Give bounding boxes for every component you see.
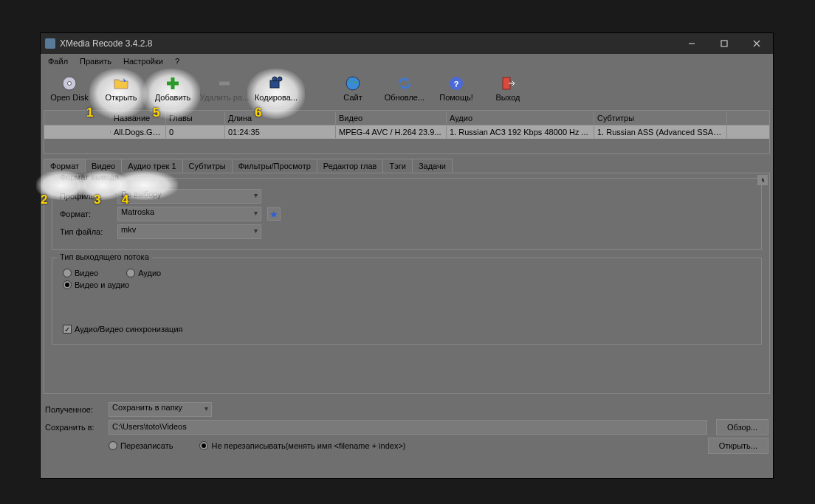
profile-select[interactable]: По выбору	[117, 189, 261, 204]
filetype-select[interactable]: mkv	[117, 224, 261, 239]
format-select[interactable]: Matroska	[117, 207, 261, 221]
group-title: Тип выходящего потока	[57, 252, 152, 261]
add-button[interactable]: Добавить	[147, 70, 199, 107]
window-title: XMedia Recode 3.4.2.8	[60, 38, 675, 49]
svg-point-2	[68, 82, 72, 86]
received-select[interactable]: Сохранить в папку	[109, 402, 212, 417]
svg-point-6	[346, 77, 360, 90]
exit-icon	[500, 75, 516, 92]
svg-text:?: ?	[454, 80, 459, 89]
toolbar: Open Disk Открыть Добавить Удалить ра...…	[41, 69, 773, 108]
annotation-3: 3	[94, 193, 100, 207]
tab-jobs[interactable]: Задачи	[412, 159, 453, 173]
radio-no-overwrite[interactable]: Не перезаписывать(менять имя <filename +…	[199, 441, 405, 450]
menu-settings[interactable]: Настройки	[119, 55, 168, 67]
help-icon: ?	[448, 75, 464, 92]
open-button[interactable]: Открыть	[95, 70, 147, 107]
tab-video[interactable]: Видео	[85, 159, 122, 173]
col-chapters[interactable]: Главы	[166, 112, 225, 124]
format-label: Формат:	[60, 210, 111, 218]
folder-open-icon	[113, 75, 129, 92]
group-title: Формат вывода	[57, 173, 122, 182]
camera-icon	[268, 75, 284, 92]
disc-icon	[61, 75, 78, 92]
filetype-label: Тип файла:	[60, 227, 111, 236]
output-stream-group: Тип выходящего потока Видео Аудио Видео …	[52, 258, 762, 345]
opendisk-button[interactable]: Open Disk	[44, 70, 95, 107]
plus-icon	[165, 75, 181, 92]
globe-icon	[345, 75, 361, 92]
profile-label: Профиль:	[60, 192, 111, 201]
radio-video[interactable]: Видео	[63, 269, 98, 277]
tab-chapters[interactable]: Редактор глав	[317, 159, 384, 173]
annotation-1: 1	[86, 106, 93, 120]
col-video[interactable]: Видео	[336, 112, 447, 124]
svg-point-5	[272, 77, 277, 81]
close-button[interactable]	[740, 33, 773, 54]
radio-video-audio[interactable]: Видео и аудио	[63, 280, 129, 289]
annotation-2: 2	[41, 193, 47, 207]
tabs: Формат Видео Аудио трек 1 Субтитры Фильт…	[44, 159, 770, 173]
app-icon	[45, 38, 55, 49]
encode-button[interactable]: Кодирова...	[250, 70, 302, 107]
saveto-input[interactable]: C:\Users\toto\Videos	[109, 420, 707, 435]
tab-format[interactable]: Формат	[44, 159, 86, 173]
svg-rect-0	[721, 41, 727, 46]
minimize-button[interactable]	[675, 33, 708, 54]
titlebar: XMedia Recode 3.4.2.8	[41, 33, 773, 54]
annotation-5: 5	[153, 106, 159, 120]
col-length[interactable]: Длина	[225, 112, 336, 124]
menu-edit[interactable]: Править	[75, 55, 116, 67]
help-button[interactable]: ? Помощь!	[430, 70, 482, 107]
update-button[interactable]: Обновле...	[379, 70, 430, 107]
browse-button[interactable]: Обзор...	[716, 419, 768, 435]
maximize-button[interactable]	[708, 33, 740, 54]
app-window: XMedia Recode 3.4.2.8 Файл Править Настр…	[40, 32, 774, 479]
format-panel: ∧ Формат вывода Профиль: По выбору Форма…	[44, 173, 770, 394]
col-blank[interactable]	[44, 117, 111, 120]
tab-subs[interactable]: Субтитры	[182, 159, 233, 173]
radio-overwrite[interactable]: Перезаписать	[109, 441, 173, 450]
tab-audio[interactable]: Аудио трек 1	[121, 159, 182, 173]
file-row[interactable]: All.Dogs.Go.... 0 01:24:35 MPEG-4 AVC / …	[44, 125, 769, 139]
exit-button[interactable]: Выход	[482, 70, 534, 107]
annotation-4: 4	[122, 193, 128, 207]
remove-button: Удалить ра...	[199, 70, 250, 107]
radio-audio[interactable]: Аудио	[126, 269, 161, 277]
svg-point-4	[278, 77, 282, 81]
col-subs[interactable]: Субтитры	[594, 112, 727, 124]
received-label: Полученное:	[45, 405, 104, 414]
check-av-sync[interactable]: Аудио/Видео синхронизация	[63, 325, 183, 334]
favorite-icon[interactable]: ★	[267, 207, 281, 221]
menubar: Файл Править Настройки ?	[41, 54, 773, 69]
site-button[interactable]: Сайт	[327, 70, 379, 107]
menu-file[interactable]: Файл	[44, 55, 72, 67]
menu-help[interactable]: ?	[171, 55, 184, 67]
col-audio[interactable]: Аудио	[447, 112, 594, 124]
minus-icon	[216, 75, 233, 92]
annotation-6: 6	[255, 106, 261, 120]
tab-tags[interactable]: Тэги	[382, 159, 413, 173]
bottom-panel: Полученное: Сохранить в папку Сохранить …	[44, 398, 770, 458]
saveto-label: Сохранить в:	[45, 423, 104, 432]
tab-filters[interactable]: Фильтры/Просмотр	[232, 159, 317, 173]
output-format-group: Формат вывода Профиль: По выбору Формат:…	[52, 178, 762, 250]
open-button-bottom[interactable]: Открыть...	[708, 438, 768, 454]
refresh-icon	[396, 75, 413, 92]
